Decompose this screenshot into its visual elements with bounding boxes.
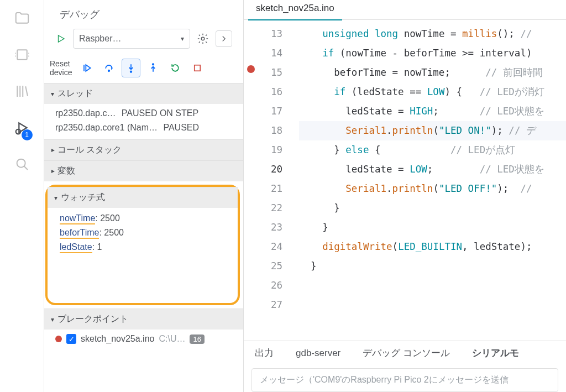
section-label: コール スタック bbox=[57, 144, 122, 156]
svg-point-5 bbox=[201, 37, 205, 40]
editor-tab[interactable]: sketch_nov25a.ino bbox=[248, 0, 342, 20]
code-line[interactable]: digitalWrite(LED_BUILTIN, ledState); bbox=[299, 237, 566, 257]
watch-highlight: ▾ウォッチ式 nowTime: 2500beforTime: 2500ledSt… bbox=[45, 185, 240, 305]
debug-badge: 1 bbox=[22, 129, 33, 140]
activity-bar: 1 bbox=[0, 0, 44, 392]
chevron-right-icon: ▾ bbox=[49, 149, 56, 152]
continue-button[interactable] bbox=[77, 59, 96, 77]
svg-point-8 bbox=[108, 70, 110, 72]
svg-point-3 bbox=[17, 159, 25, 168]
code-line[interactable]: Serial1.println("LED ON!"); // デ bbox=[299, 121, 566, 140]
watch-name: ledState bbox=[60, 242, 92, 253]
thread-row[interactable]: rp2350.dap.core1 (Nam… PAUSED bbox=[46, 121, 243, 135]
breakpoint-dot-icon bbox=[55, 336, 62, 342]
serial-message-input[interactable]: メッセージ（'COM9'のRaspberry Pi Pico 2にメッセージを送… bbox=[251, 368, 558, 392]
svg-rect-0 bbox=[17, 50, 27, 60]
thread-status: PAUSED bbox=[163, 123, 199, 132]
watch-row[interactable]: beforTime: 2500 bbox=[51, 226, 234, 240]
svg-marker-7 bbox=[86, 65, 91, 71]
code-line[interactable]: } bbox=[299, 257, 566, 276]
svg-point-10 bbox=[130, 71, 132, 72]
bottom-tab[interactable]: デバッグ コンソール bbox=[363, 346, 450, 360]
breakpoint-path: C:\U… bbox=[159, 334, 185, 344]
code-line[interactable]: ledState = HIGH; // LED状態を bbox=[299, 102, 566, 121]
chevron-right-icon: ▾ bbox=[49, 170, 56, 173]
bottom-tabs: 出力gdb-serverデバッグ コンソールシリアルモ bbox=[244, 341, 566, 365]
watch-name: beforTime bbox=[60, 228, 99, 239]
code-line[interactable]: unsigned long nowTime = millis(); // bbox=[299, 24, 566, 44]
debug-panel: デバッグ Raspber… ▾ Reset device ▾スレッド rp235… bbox=[44, 0, 243, 392]
code-line[interactable]: Serial1.println("LED OFF!"); // bbox=[299, 179, 566, 198]
reset-device-label: Reset device bbox=[50, 59, 74, 77]
code-lines[interactable]: unsigned long nowTime = millis(); // if … bbox=[289, 20, 566, 341]
more-icon[interactable] bbox=[216, 30, 232, 47]
code-line[interactable]: ledState = LOW; // LED状態を bbox=[299, 160, 566, 179]
code-line[interactable]: } bbox=[299, 218, 566, 237]
code-line[interactable]: if (nowTime - beforTime >= interval) bbox=[299, 44, 566, 63]
threads-header[interactable]: ▾スレッド bbox=[44, 83, 243, 104]
chevron-down-icon: ▾ bbox=[51, 90, 54, 98]
code-line[interactable]: if (ledState == LOW) { // LEDが消灯 bbox=[299, 82, 566, 102]
chevron-down-icon: ▾ bbox=[54, 194, 57, 202]
breakpoint-row[interactable]: ✓sketch_nov25a.ino C:\U…16 bbox=[46, 332, 243, 346]
watch-value: 2500 bbox=[104, 228, 124, 237]
line-number-gutter: 131415161718192021222324252627 bbox=[258, 20, 289, 341]
section-label: ブレークポイント bbox=[57, 313, 128, 325]
svg-point-12 bbox=[153, 64, 154, 65]
debug-icon[interactable]: 1 bbox=[11, 116, 34, 139]
step-toolbar: Reset device bbox=[44, 54, 243, 83]
breakpoint-file: sketch_nov25a.ino bbox=[81, 334, 154, 344]
board-manager-icon[interactable] bbox=[11, 43, 34, 66]
code-line[interactable]: } bbox=[299, 198, 566, 218]
bottom-tab[interactable]: 出力 bbox=[255, 346, 274, 360]
debug-config-select[interactable]: Raspber… ▾ bbox=[73, 29, 190, 49]
breakpoint-line-badge: 16 bbox=[190, 334, 204, 344]
search-icon[interactable] bbox=[11, 153, 34, 176]
thread-row[interactable]: rp2350.dap.c… PAUSED ON STEP bbox=[46, 106, 243, 121]
section-label: ウォッチ式 bbox=[61, 192, 105, 203]
variables-header[interactable]: ▾変数 bbox=[44, 160, 243, 181]
editor-tabs: sketch_nov25a.ino bbox=[244, 0, 566, 20]
editor-area: sketch_nov25a.ino 1314151617181920212223… bbox=[243, 0, 566, 392]
svg-marker-4 bbox=[59, 35, 65, 42]
thread-status: PAUSED ON STEP bbox=[122, 108, 198, 118]
svg-rect-13 bbox=[195, 65, 201, 71]
watch-value: 2500 bbox=[100, 213, 120, 223]
watch-header[interactable]: ▾ウォッチ式 bbox=[48, 187, 238, 208]
code-line[interactable]: beforTime = nowTime; // 前回時間 bbox=[299, 63, 566, 82]
watch-value: 1 bbox=[97, 242, 102, 252]
code-editor[interactable]: 131415161718192021222324252627 unsigned … bbox=[244, 20, 566, 341]
bottom-tab[interactable]: シリアルモ bbox=[472, 346, 519, 360]
gear-icon[interactable] bbox=[195, 30, 211, 47]
library-manager-icon[interactable] bbox=[11, 80, 34, 103]
config-selected-label: Raspber… bbox=[79, 34, 121, 44]
section-label: スレッド bbox=[57, 88, 93, 100]
section-label: 変数 bbox=[57, 165, 75, 177]
callstack-header[interactable]: ▾コール スタック bbox=[44, 139, 243, 160]
breakpoint-checkbox[interactable]: ✓ bbox=[66, 334, 76, 344]
watch-body: nowTime: 2500beforTime: 2500ledState: 1 bbox=[51, 211, 234, 254]
panel-title: デバッグ bbox=[44, 0, 243, 24]
stop-button[interactable] bbox=[188, 59, 207, 77]
run-button[interactable] bbox=[53, 31, 69, 46]
watch-row[interactable]: nowTime: 2500 bbox=[51, 211, 234, 226]
watch-row[interactable]: ledState: 1 bbox=[51, 240, 234, 254]
restart-button[interactable] bbox=[166, 59, 185, 77]
debug-toolbar: Raspber… ▾ bbox=[44, 24, 243, 54]
code-line[interactable]: } else { // LEDが点灯 bbox=[299, 140, 566, 160]
chevron-down-icon: ▾ bbox=[51, 316, 54, 323]
step-into-button[interactable] bbox=[122, 59, 140, 77]
breakpoints-body: ✓sketch_nov25a.ino C:\U…16 bbox=[44, 330, 243, 351]
watch-name: nowTime bbox=[60, 213, 95, 224]
breakpoint-gutter[interactable] bbox=[244, 20, 258, 341]
chevron-down-icon: ▾ bbox=[181, 35, 184, 43]
step-over-button[interactable] bbox=[99, 59, 118, 77]
bottom-tab[interactable]: gdb-server bbox=[296, 347, 340, 360]
step-out-button[interactable] bbox=[144, 59, 163, 77]
breakpoints-header[interactable]: ▾ブレークポイント bbox=[44, 309, 243, 330]
threads-body: rp2350.dap.c… PAUSED ON STEPrp2350.dap.c… bbox=[44, 104, 243, 139]
folder-icon[interactable] bbox=[11, 7, 34, 30]
